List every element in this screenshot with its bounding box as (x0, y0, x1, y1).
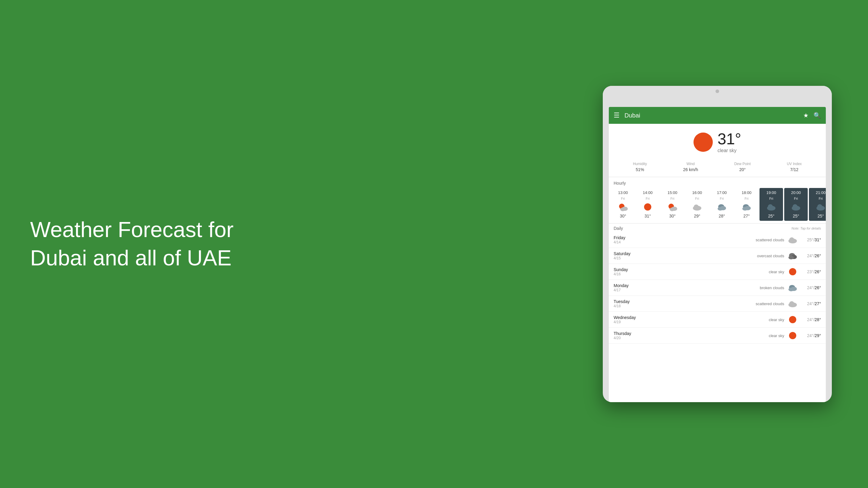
daily-row[interactable]: Sunday 4/16clear sky23°/26° (609, 264, 826, 280)
daily-day-info: Thursday 4/20 (614, 331, 644, 340)
svg-point-7 (694, 204, 699, 209)
daily-row[interactable]: Wednesday 4/19clear sky24°/28° (609, 312, 826, 328)
hour-time: 16:00 (692, 190, 702, 195)
daily-weather-icon (788, 331, 798, 340)
daily-high: 26° (815, 253, 821, 258)
daily-temps: 24°/29° (800, 333, 821, 338)
hour-time: 20:00 (791, 190, 801, 195)
daily-weather-icon (788, 251, 798, 261)
hour-card[interactable]: 15:00Fri 30° (661, 188, 684, 221)
daily-day-info: Wednesday 4/19 (614, 315, 644, 324)
svg-point-19 (817, 204, 822, 209)
city-title: Dubai (624, 112, 803, 119)
current-weather-icon (693, 133, 713, 152)
daily-day-date: 4/19 (614, 320, 644, 324)
weather-stats: Humidity 51%Wind 26 km/hDew Point 20°UV … (609, 158, 826, 177)
daily-high: 28° (815, 317, 821, 322)
hour-icon (816, 202, 826, 212)
daily-note: Note: Tap for details (792, 227, 821, 230)
hour-card[interactable]: 20:00Fri 25° (784, 188, 808, 221)
hour-card[interactable]: 16:00Fri 29° (685, 188, 709, 221)
promo-text: Weather Forecast for Dubai and all of UA… (30, 216, 241, 272)
hourly-title: Hourly (609, 177, 826, 188)
svg-point-29 (788, 288, 794, 291)
stat-value: 7/12 (790, 167, 798, 172)
daily-temps: 24°/27° (800, 301, 821, 306)
stat-label: UV Index (787, 162, 802, 166)
hour-icon (767, 202, 776, 212)
daily-weather-icon (788, 299, 798, 308)
daily-header: Daily Note: Tap for details (609, 223, 826, 232)
daily-high: 27° (815, 301, 821, 306)
daily-temps: 25°/31° (800, 237, 821, 242)
menu-icon[interactable]: ☰ (614, 111, 620, 119)
hour-card[interactable]: 21:00Fri 25° (809, 188, 826, 221)
hour-icon (618, 202, 628, 212)
daily-row[interactable]: Thursday 4/20clear sky24°/29° (609, 328, 826, 344)
daily-day-date: 4/20 (614, 336, 644, 340)
hour-card[interactable]: 14:00Fri31° (636, 188, 659, 221)
daily-row[interactable]: Monday 4/17broken clouds 24°/26° (609, 280, 826, 296)
svg-point-31 (789, 301, 794, 306)
svg-point-17 (793, 204, 798, 209)
daily-day-info: Saturday 4/15 (614, 251, 644, 260)
hour-time: 17:00 (717, 190, 727, 195)
daily-low: 24°/ (807, 253, 815, 258)
daily-low: 24°/ (807, 333, 815, 338)
hour-temp: 28° (718, 214, 725, 218)
daily-high: 31° (815, 237, 821, 242)
favorite-icon[interactable]: ★ (803, 112, 809, 119)
svg-point-13 (742, 207, 748, 210)
hour-temp: 25° (768, 214, 774, 218)
hour-temp: 27° (743, 214, 749, 218)
hour-card[interactable]: 13:00Fri 30° (611, 188, 635, 221)
daily-day-name: Friday (614, 235, 644, 240)
daily-weather-icon (788, 267, 798, 276)
daily-day-info: Sunday 4/16 (614, 267, 644, 276)
hour-temp: 25° (817, 214, 824, 218)
daily-day-name: Tuesday (614, 299, 644, 304)
daily-day-date: 4/18 (614, 304, 644, 308)
tablet-top-bar (603, 86, 832, 96)
app-bar: ☰ Dubai ★ 🔍 (609, 107, 826, 124)
daily-row[interactable]: Saturday 4/15overcast clouds 24°/26° (609, 248, 826, 264)
daily-day-name: Wednesday (614, 315, 644, 320)
daily-condition: broken clouds (644, 286, 784, 290)
hour-time: 14:00 (643, 190, 653, 195)
hour-time: 18:00 (742, 190, 752, 195)
daily-high: 29° (815, 333, 821, 338)
daily-condition: clear sky (644, 333, 784, 338)
hour-icon (717, 202, 727, 212)
hour-card[interactable]: 18:00Fri 27° (735, 188, 758, 221)
daily-temps: 24°/28° (800, 317, 821, 322)
daily-row[interactable]: Tuesday 4/18scattered clouds 24°/27° (609, 296, 826, 312)
daily-weather-icon (788, 283, 798, 293)
daily-title: Daily (614, 226, 623, 231)
daily-day-date: 4/14 (614, 240, 644, 244)
daily-day-info: Tuesday 4/18 (614, 299, 644, 308)
hour-icon (692, 202, 702, 212)
hour-icon (742, 202, 751, 212)
hour-day: Fri (695, 197, 699, 200)
hour-card[interactable]: 17:00Fri 28° (710, 188, 734, 221)
current-temperature: 31° (718, 131, 741, 147)
stat-value: 26 km/h (683, 167, 698, 172)
search-icon[interactable]: 🔍 (813, 112, 821, 119)
hourly-scroll[interactable]: 13:00Fri 30°14:00Fri31°15:00Fri 30°16:00… (609, 188, 826, 223)
daily-low: 23°/ (807, 269, 815, 274)
svg-point-10 (718, 207, 723, 210)
tablet-camera (715, 90, 719, 93)
stat-item: Wind 26 km/h (683, 162, 698, 172)
daily-low: 24°/ (807, 317, 815, 322)
hour-temp: 25° (793, 214, 799, 218)
daily-low: 24°/ (807, 285, 815, 290)
daily-condition: scattered clouds (644, 301, 784, 306)
svg-point-23 (789, 237, 794, 242)
daily-row[interactable]: Friday 4/14scattered clouds 25°/31° (609, 232, 826, 248)
daily-condition: scattered clouds (644, 238, 784, 242)
svg-point-5 (670, 207, 675, 211)
hour-time: 13:00 (618, 190, 628, 195)
hour-card[interactable]: 19:00Fri 25° (760, 188, 783, 221)
daily-low: 24°/ (807, 301, 815, 306)
current-weather-section: 31° clear sky (609, 124, 826, 158)
